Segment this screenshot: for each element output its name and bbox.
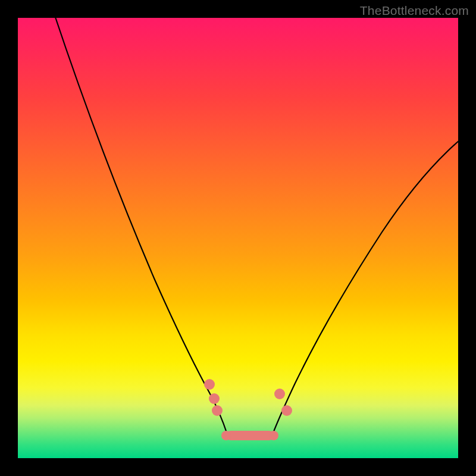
watermark-text: TheBottleneck.com — [360, 4, 469, 18]
marker-dot — [274, 389, 285, 399]
curve-layer — [18, 18, 458, 458]
marker-dot — [204, 379, 215, 390]
chart-frame: TheBottleneck.com — [0, 0, 476, 476]
plot-area — [18, 18, 458, 458]
marker-dot — [221, 431, 231, 440]
marker-pill — [226, 431, 274, 440]
marker-dot — [281, 405, 292, 416]
marker-dot — [212, 405, 223, 416]
bottleneck-curve-right — [273, 140, 459, 434]
bottleneck-curve-left — [54, 12, 227, 434]
marker-dot — [209, 393, 220, 404]
marker-dot — [269, 431, 278, 440]
